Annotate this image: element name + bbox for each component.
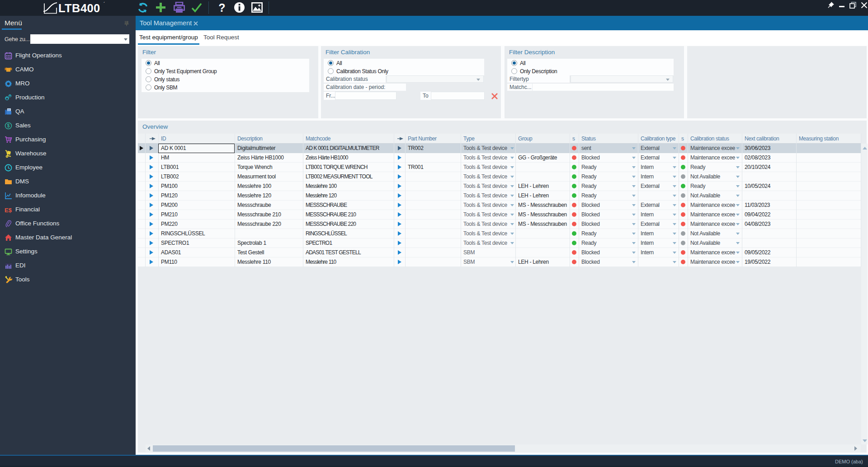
svg-text:LTB400: LTB400 bbox=[58, 2, 100, 14]
svg-text:$: $ bbox=[7, 123, 10, 128]
svg-text:E$: E$ bbox=[5, 207, 12, 214]
svg-text:´: ´ bbox=[104, 2, 105, 7]
